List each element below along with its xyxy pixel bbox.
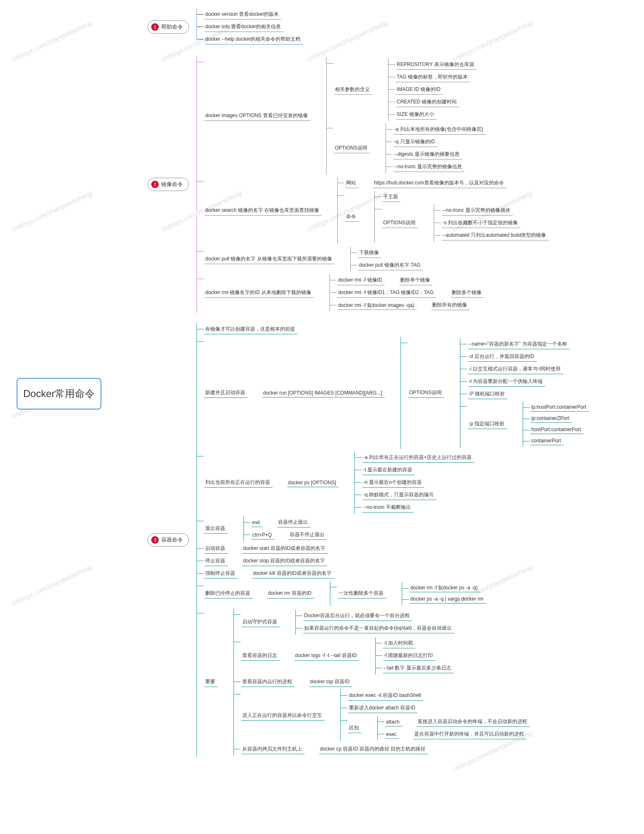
branch-node: 启动容器 <box>204 544 228 554</box>
leaf-node: ip:containerZPort <box>531 414 572 423</box>
branch-node: 强制停止容器 <box>204 569 238 579</box>
branch-node: 区别 <box>348 723 361 733</box>
leaf-node: 子主题 <box>382 192 401 202</box>
branch-node: 停止容器 <box>204 556 228 566</box>
tail-node: 容器不停止退出 <box>289 530 327 540</box>
leaf-node: 有镜像才可以创建容器，这是根本的前提 <box>204 324 297 334</box>
leaf-node: ip:hostPort:containerPort <box>531 403 589 412</box>
section-label: 镜像命令 <box>161 181 183 188</box>
branch-node: docker rmi -f $(docker images -qa) <box>337 301 417 310</box>
branch-node: 列出当前所有正在运行的容器 <box>204 478 273 488</box>
leaf-node: --no-trunc 显示完整的镜像信息 <box>393 162 465 172</box>
leaf-node: -l 显示最近新建的容器 <box>362 465 415 475</box>
leaf-node: -f 跟随最新的日志打印 <box>383 651 436 661</box>
tail-node: 容器停止退出 <box>277 518 310 527</box>
branch-node: ctrl+P+Q <box>251 531 274 540</box>
branch-node: 相关参数的含义 <box>334 85 372 95</box>
leaf-node: --name="容器的新名字" 为容器指定一个名称 <box>468 339 570 349</box>
leaf-node: -t 为容器重新分配一个伪输入终端 <box>468 377 546 387</box>
branch-node: 网站 <box>345 178 359 188</box>
branch-node: 从容器内拷贝文件到主机上 <box>241 744 305 754</box>
leaf-node: -a 列出所有正在运行的容器+历史上运行过的容器 <box>362 453 474 463</box>
section-label: 帮助命令 <box>161 23 183 31</box>
leaf-node: Docker容器后台运行，就必须要有一个前台进程 <box>303 611 412 621</box>
leaf-node: docker --help docker的相关命令的帮助文档 <box>204 34 303 44</box>
section-title-2: 2镜像命令 <box>147 178 189 191</box>
tail-node: 删除单个镜像 <box>399 275 433 285</box>
branch-node: 查看容器的日志 <box>241 651 280 661</box>
leaf-node: 重新进入docker attach 容器ID <box>348 703 418 713</box>
branch-node: docker images OPTIONS 查看已经安装的镜像 <box>204 111 310 121</box>
leaf-node: TAG 镜像的标签，即软件的版本 <box>396 72 470 82</box>
branch-node: exit <box>251 518 263 527</box>
leaf-node: 如果容器运行的命令不是一直挂起的命令(top\tail)，容器会自动退出 <box>303 623 454 633</box>
branch-node: 启动守护式容器 <box>241 617 280 627</box>
branch-node: 一次性删除多个容器 <box>338 589 386 599</box>
tail-node: docker top 容器ID <box>309 677 352 687</box>
root-node: Docker常用命令 <box>17 378 101 410</box>
leaf-node: 下载镜像 <box>358 248 381 258</box>
branch-node: 命令 <box>345 212 359 222</box>
branch-node: attach <box>385 718 402 726</box>
branch-node: docker search 镜像的名字 在镜像仓库里面查找镜像 <box>204 206 322 216</box>
leaf-node: docker rm -f $(docker ps -a -q) <box>410 584 480 592</box>
leaf-node: IMAGE ID 镜像的ID <box>396 85 443 95</box>
leaf-node: --automated 只列出automated build类型的镜像 <box>442 231 548 240</box>
section-title-3: 3容器命令 <box>147 533 189 547</box>
tail-node: docker run [OPTIONS] IMAGES [COMMAND][AR… <box>262 389 385 397</box>
section-number: 2 <box>151 181 159 188</box>
leaf-node: -q 静默模式，只显示容器的编号 <box>362 490 436 500</box>
tail-node: docker logs -f -t --tail 容器ID <box>294 651 359 661</box>
leaf-node: -d 后台运行，并返回容器的ID <box>468 352 537 362</box>
branch-node: 删除已经停止的容器 <box>204 589 253 599</box>
section-label: 容器命令 <box>161 536 183 544</box>
tail-node: 删除所有的镜像 <box>431 300 469 310</box>
tail-node: docker rm 容器的ID <box>267 589 314 599</box>
branch-node: 退出容器 <box>204 524 228 534</box>
tail-node: docker start 容器的ID或者容器的名字 <box>242 544 328 554</box>
branch-node: docker rmi -f 镜像ID1：TAG 镜像ID2：TAG <box>337 288 436 298</box>
leaf-node: containerPort <box>531 437 563 445</box>
branch-node: OPTIONS说明 <box>334 143 370 153</box>
leaf-node: docker exec -it 容器ID bashShell <box>348 691 423 701</box>
leaf-node: docker pull 镜像的名字:TAG <box>358 260 423 270</box>
leaf-node: -n 显示最近n个创建的容器 <box>362 478 424 488</box>
branch-node: OPTIONS说明 <box>382 218 418 228</box>
leaf-node: REPROSITORY 表示镜像的仓库源 <box>396 60 477 70</box>
leaf-node: -s 列出收藏数不小于指定值的镜像 <box>442 218 520 228</box>
tail-node: 是在容器中打开新的终端，并且可以启动新的进程 <box>413 729 526 739</box>
mindmap-sections: 1帮助命令docker version 查看docker的版本docker in… <box>108 8 636 757</box>
leaf-node: -P 随机端口映射 <box>468 389 507 399</box>
tail-node: https://hub.docker.com查看镜像的版本号，以及对应的命令 <box>373 178 506 188</box>
leaf-node: --digests 显示镜像的摘要信息 <box>393 150 462 159</box>
branch-node: exec <box>385 730 399 739</box>
branch-node: docker rmi 镜像名字的ID 从本地删除下载的镜像 <box>204 288 314 298</box>
leaf-node: SIZE 镜像的大小 <box>396 110 437 120</box>
leaf-node: docker version 查看docker的版本 <box>204 10 281 20</box>
leaf-node: -t 加入时间戳 <box>383 638 416 648</box>
tail-node: 删除多个镜像 <box>451 288 484 298</box>
tail-node: docker stop 容器的ID或者容器的名字 <box>242 556 327 566</box>
section-number: 1 <box>151 23 159 31</box>
tail-node: docker ps [OPTIONS] <box>287 478 339 487</box>
branch-node: 进入正在运行的容器并以命令行交互 <box>241 711 324 721</box>
leaf-node: hostPort:containerPort <box>531 425 583 434</box>
branch-node: docker rmi -f 镜像ID <box>337 275 385 285</box>
branch-node: docker pull 镜像的名字 从镜像仓库里面下载所需要的镜像 <box>204 254 334 264</box>
tail-node: docker kill 容器的ID或者容器的名字 <box>252 569 334 579</box>
leaf-node: CREATED 镜像的创建时间 <box>396 97 459 107</box>
tail-node: 直接进入容器启动命令的终端，不会启动新的进程 <box>417 717 530 727</box>
leaf-node: --no-trunc 显示完整的镜像描述 <box>442 206 513 216</box>
leaf-node: -i 以交互模式运行容器，通常与-t同时使用 <box>468 364 563 374</box>
leaf-node: -a 列出本地所有的镜像(包含中间映像层) <box>393 125 486 135</box>
branch-node: 查看容器内运行的进程 <box>241 677 295 687</box>
section-number: 3 <box>151 536 159 544</box>
branch-node: 重要 <box>204 677 218 687</box>
tail-node: docker cp 容器ID:容器内的路径 目的主机的路径 <box>319 744 428 754</box>
branch-node: OPTIONS说明 <box>408 388 444 398</box>
leaf-node: docker ps -a -q | xargs docker rm <box>410 595 486 603</box>
leaf-node: --no-trunc 不截断输出 <box>362 503 413 513</box>
leaf-node: -q 只显示镜像的ID <box>393 137 438 147</box>
section-title-1: 1帮助命令 <box>147 20 189 34</box>
branch-node: 新建并且启动容器 <box>204 388 248 398</box>
